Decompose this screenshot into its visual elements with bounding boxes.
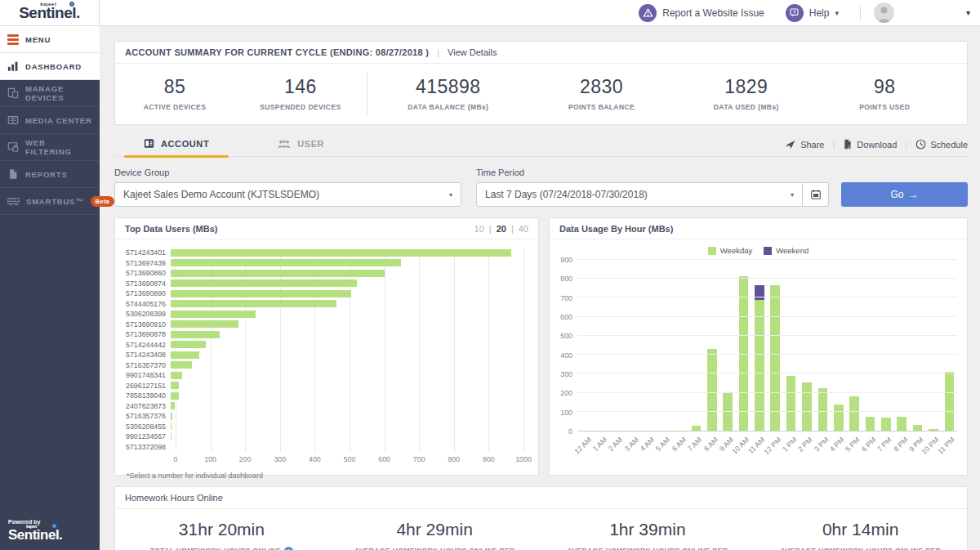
tab-bar: ACCOUNT USER Share | Download |: [114, 133, 968, 157]
stat-avg-per-device: 1hr 39min AVERAGE HOMEWORK HOURS ONLINE …: [541, 520, 755, 550]
hour-tick-label: 6 PM: [860, 436, 878, 454]
top-users-number[interactable]: 5306208399: [122, 310, 171, 318]
sidebar-item-manage-devices[interactable]: MANAGE DEVICES: [0, 80, 100, 107]
tab-user[interactable]: USER: [268, 139, 334, 156]
share-icon: [785, 140, 796, 150]
top-users-number[interactable]: 5714243401: [122, 248, 171, 257]
top-users-number[interactable]: 5713372098: [122, 443, 171, 451]
usage-column: [910, 260, 925, 431]
device-group-select[interactable]: Kajeet Sales Demo Account (KJTSLSDEMO) ▾: [114, 182, 461, 207]
top-users-number[interactable]: 9901234567: [122, 432, 171, 440]
time-period-select[interactable]: Last 7 Days (07/24/2018-07/30/2018) ▾: [477, 183, 802, 206]
top-users-number[interactable]: 5713690910: [122, 320, 171, 329]
top-data-users-panel: Top Data Users (MBs) 10 | 20 | 40 571424…: [114, 217, 539, 476]
top-users-number[interactable]: 5713697439: [122, 259, 171, 267]
option-40[interactable]: 40: [519, 224, 528, 234]
option-10[interactable]: 10: [474, 224, 484, 234]
users-group-icon: [278, 139, 291, 149]
usage-column: [768, 260, 783, 431]
weekday-bar: [692, 426, 702, 431]
info-icon[interactable]: i: [284, 547, 293, 550]
view-details-link[interactable]: View Details: [448, 47, 497, 57]
hour-tick-label: 7 AM: [686, 436, 703, 453]
stat-data-balance: 415898 DATA BALANCE (MBs): [368, 76, 529, 111]
top-users-number[interactable]: 9901748341: [122, 371, 171, 379]
go-button[interactable]: Go →: [841, 182, 968, 207]
top-users-bar[interactable]: [171, 300, 336, 307]
weekday-bar: [786, 376, 796, 431]
sidebar-item-smartbus[interactable]: SMARTBUS™ Beta: [0, 188, 100, 215]
usage-columns: [577, 260, 957, 431]
top-users-number[interactable]: 2407623873: [122, 402, 171, 410]
stat-total-homework: 31hr 20min TOTAL HOMEWORK HOURS ONLINEi: [115, 520, 328, 550]
top-users-bar[interactable]: [171, 290, 351, 297]
report-issue-button[interactable]: Report a Website Issue: [639, 4, 764, 22]
sidebar-item-media-center[interactable]: MEDIA CENTER: [0, 107, 100, 134]
top-users-bar[interactable]: [171, 279, 357, 287]
top-users-bar[interactable]: [171, 249, 511, 257]
menu-label: MENU: [25, 35, 51, 44]
top-users-bar[interactable]: [171, 392, 179, 400]
reports-icon: [7, 168, 19, 180]
sidebar-menu-toggle[interactable]: MENU: [0, 26, 100, 53]
top-users-bar[interactable]: [171, 320, 238, 328]
top-users-number[interactable]: 5713690878: [122, 330, 171, 338]
share-button[interactable]: Share: [785, 140, 824, 150]
account-caret-icon[interactable]: ▾: [966, 8, 970, 17]
help-menu[interactable]: ? Help ▾: [786, 4, 839, 22]
tab-account[interactable]: ACCOUNT: [134, 138, 219, 156]
top-users-number[interactable]: 5744405176: [122, 300, 171, 308]
usage-column: [641, 260, 657, 431]
schedule-button[interactable]: Schedule: [915, 139, 968, 150]
top-users-bar[interactable]: [171, 270, 385, 277]
top-users-bar[interactable]: [171, 423, 172, 430]
top-users-bar[interactable]: [171, 361, 192, 369]
top-users-row: 5306208455: [122, 422, 523, 432]
top-users-number[interactable]: 5713690874: [122, 279, 171, 288]
option-20-selected[interactable]: 20: [497, 224, 506, 234]
top-users-row: 5713690878: [122, 329, 523, 340]
top-users-bar[interactable]: [171, 331, 220, 338]
user-avatar[interactable]: [874, 2, 894, 23]
weekend-swatch: [764, 247, 772, 255]
top-users-bar[interactable]: [171, 402, 175, 409]
top-users-number[interactable]: 5306208455: [122, 423, 171, 431]
top-users-row: 5306208399: [122, 309, 523, 320]
top-users-bar[interactable]: [171, 382, 179, 389]
top-users-bar[interactable]: [171, 311, 256, 318]
calendar-button[interactable]: [802, 183, 828, 206]
top-users-number[interactable]: 5714243408: [122, 351, 171, 359]
top-users-row: 5713690910: [122, 320, 523, 330]
weekday-bar: [866, 417, 875, 431]
hour-tick-label: 5 PM: [844, 436, 862, 454]
top-users-number[interactable]: 5713690860: [122, 269, 171, 277]
sidebar-item-dashboard[interactable]: DASHBOARD: [0, 53, 100, 80]
hour-tick-label: 7 PM: [875, 436, 893, 454]
sidebar: MENU DASHBOARD MANAGE DEVICES MEDIA CENT…: [0, 26, 100, 550]
header-divider: [860, 6, 861, 20]
top-users-number[interactable]: 7858139040: [122, 391, 171, 400]
usage-column: [862, 260, 878, 431]
sidebar-item-label: WEB FILTERING: [25, 138, 92, 156]
top-users-bar[interactable]: [171, 259, 401, 266]
x-tick-label: 900: [483, 455, 495, 463]
top-users-number[interactable]: 5714244442: [122, 341, 171, 349]
top-users-bar[interactable]: [171, 372, 182, 379]
weekday-bar: [881, 418, 891, 431]
sidebar-item-reports[interactable]: REPORTS: [0, 161, 100, 188]
top-users-number[interactable]: 5716357370: [122, 361, 171, 369]
sidebar-item-web-filtering[interactable]: WEB FILTERING: [0, 134, 100, 161]
top-users-row: 5713690860: [122, 268, 523, 279]
usage-xaxis: 12 AM1 AM2 AM3 AM4 AM5 AM6 AM7 AM8 AM9 A…: [577, 432, 957, 463]
top-users-number[interactable]: 2696127151: [122, 382, 171, 390]
top-users-number[interactable]: 5716357376: [122, 412, 171, 420]
top-users-bar[interactable]: [171, 351, 199, 359]
homework-hours-panel: Homework Hours Online 31hr 20min TOTAL H…: [114, 486, 968, 550]
top-users-number[interactable]: 5713690890: [122, 289, 171, 297]
top-users-count-options: 10 | 20 | 40: [474, 224, 528, 234]
top-users-bar[interactable]: [171, 341, 206, 348]
top-users-bar[interactable]: [171, 413, 172, 420]
hour-tick-label: 4 AM: [639, 436, 656, 453]
usage-legend: Weekday Weekend: [550, 239, 967, 257]
download-button[interactable]: Download: [843, 139, 897, 150]
